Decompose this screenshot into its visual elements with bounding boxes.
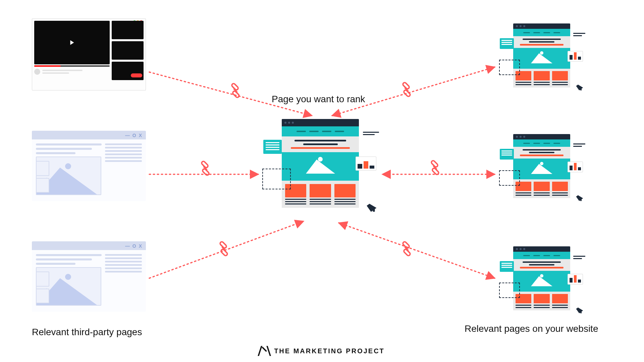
link-icon	[195, 158, 216, 179]
link-icon	[396, 79, 417, 100]
third-party-blog-page-1: — O X	[32, 131, 146, 201]
link-icon	[213, 238, 234, 259]
window-controls-icon: — O X	[125, 133, 143, 138]
label-right-group: Relevant pages on your website	[465, 323, 598, 334]
brand-footer: THE MARKETING PROJECT	[259, 346, 385, 356]
label-center: Page you want to rank	[272, 94, 365, 105]
cursor-icon	[576, 306, 583, 313]
cursor-icon	[576, 83, 583, 90]
third-party-video-page	[32, 18, 146, 90]
brand-logo-icon	[259, 346, 269, 356]
svg-line-5	[339, 223, 495, 278]
target-page	[282, 119, 359, 208]
video-player-icon	[34, 21, 110, 64]
site-page-2	[513, 134, 570, 198]
link-icon	[225, 80, 246, 101]
label-left-group: Relevant third-party pages	[32, 327, 142, 338]
cursor-icon	[367, 202, 376, 212]
third-party-blog-page-2: — O X	[32, 241, 146, 312]
diagram-canvas: — O X — O X	[0, 0, 644, 362]
site-page-1	[513, 23, 570, 87]
site-page-3	[513, 246, 570, 310]
link-icon	[425, 157, 445, 178]
link-icon	[396, 238, 417, 259]
window-controls-icon: — O X	[125, 243, 143, 249]
cursor-icon	[576, 194, 583, 201]
brand-text: THE MARKETING PROJECT	[274, 347, 385, 355]
